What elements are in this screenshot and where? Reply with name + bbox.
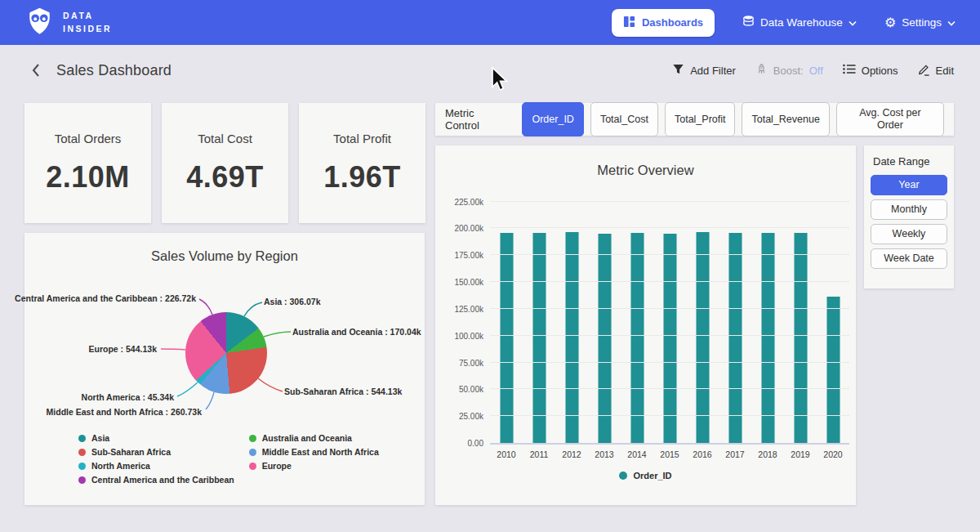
x-axis-tick: 2020 [817,449,849,459]
boost-toggle[interactable]: Boost: Off [755,63,823,78]
bar-2020[interactable] [826,297,840,443]
pie-label-asia: Asia : 306.07k [264,297,320,306]
leader-line-north-america [177,382,198,396]
bar-slot-2010 [490,196,523,443]
date-range-option-week-date[interactable]: Week Date [871,248,947,269]
page-header: Sales Dashboard Add Filter Boost: Off [0,45,980,96]
pie-legend: AsiaSub-Saharan AfricaNorth AmericaCentr… [78,433,379,485]
header-actions: Add Filter Boost: Off [672,63,954,78]
bar-2012[interactable] [565,232,579,443]
pie-legend-column: AsiaSub-Saharan AfricaNorth AmericaCentr… [78,433,234,485]
metric-option-total-profit[interactable]: Total_Profit [665,102,736,136]
legend-dot [78,435,86,442]
nav-data-warehouse[interactable]: Data Warehouse [742,15,857,30]
legend-dot [78,449,86,456]
x-axis-tick: 2017 [719,449,751,459]
bar-chart-panel: Metric Overview 0.0025.00k50.00k75.00k10… [435,145,856,505]
x-axis-tick: 2019 [784,449,817,459]
filter-icon [672,63,684,78]
y-axis-tick: 200.00k [454,224,483,233]
nav-menu: Dashboards Data Warehouse ⚙ Settings [612,9,956,37]
app-root: DATA INSIDER Dashboards [0,0,980,532]
bar-2014[interactable] [630,233,644,443]
pie-chart-panel: Sales Volume by Region Asia : 306.07k Au… [24,233,425,505]
bar-slot-2016 [686,196,719,443]
date-range-option-monthly[interactable]: Monthly [871,199,947,220]
legend-item-asia[interactable]: Asia [78,433,234,443]
pie-label-australia-oceania: Australia and Oceania : 170.04k [292,327,421,337]
metric-control-options: Order_IDTotal_CostTotal_ProfitTotal_Reve… [522,102,944,136]
leader-line-australia-and-oceania [264,332,291,337]
bar-2011[interactable] [532,233,546,443]
kpi-total-orders: Total Orders 2.10M [24,103,151,223]
legend-dot [249,463,256,470]
kpi-total-cost: Total Cost 4.69T [162,103,288,223]
metric-option-total-revenue[interactable]: Total_Revenue [742,102,829,136]
legend-item-central-america-and-the-caribbean[interactable]: Central America and the Caribbean [78,475,234,485]
boost-status: Off [809,65,823,77]
legend-item-sub-saharan-africa[interactable]: Sub-Saharan Africa [78,447,234,457]
metric-option-order-id[interactable]: Order_ID [522,102,583,136]
y-axis-tick: 0.00 [468,439,483,448]
leader-line-sub-saharan-africa [258,378,283,391]
gridline [490,308,849,309]
gridline [490,201,849,202]
bar-2018[interactable] [761,233,775,443]
x-axis-tick: 2016 [686,449,719,459]
bar-x-axis-labels: 2010201120122013201420152016201720182019… [490,449,849,459]
back-button[interactable] [26,60,45,81]
gridline [490,227,849,228]
kpi-total-profit: Total Profit 1.96T [299,103,425,223]
bar-slot-2017 [719,196,751,443]
nav-dashboards-button[interactable]: Dashboards [612,9,715,37]
bar-2016[interactable] [696,232,710,443]
y-axis-tick: 125.00k [454,304,483,313]
x-axis-tick: 2012 [555,449,588,459]
pie-label-europe: Europe : 544.13k [89,344,157,354]
y-axis-tick: 25.00k [459,412,483,421]
date-range-option-weekly[interactable]: Weekly [871,224,947,244]
date-range-options: YearMonthlyWeeklyWeek Date [871,175,947,269]
add-filter-button[interactable]: Add Filter [672,63,736,78]
x-axis-tick: 2010 [490,449,523,459]
leader-line-asia [244,302,262,316]
legend-item-australia-and-oceania[interactable]: Australia and Oceania [249,433,379,443]
y-axis-tick: 100.00k [454,331,483,340]
gridline [490,362,849,363]
gear-icon: ⚙ [884,16,896,29]
y-axis-tick: 225.00k [454,197,483,206]
x-axis-tick: 2018 [751,449,784,459]
bar-chart-title: Metric Overview [435,163,856,178]
bar-2013[interactable] [598,234,612,443]
legend-dot [619,472,627,480]
bar-2017[interactable] [728,233,742,443]
legend-label: Middle East and North Africa [262,447,379,457]
brand-logo[interactable]: DATA INSIDER [24,6,112,39]
legend-item-middle-east-and-north-africa[interactable]: Middle East and North Africa [249,447,379,457]
list-options-icon [843,64,856,77]
bar-2019[interactable] [794,233,808,443]
metric-option-total-cost[interactable]: Total_Cost [590,102,658,136]
kpi-value: 4.69T [186,160,264,194]
pie-label-sub-saharan-africa: Sub-Saharan Africa : 544.13k [284,387,402,396]
legend-item-north-america[interactable]: North America [78,461,234,471]
metric-control-label: Metric Control [445,107,510,132]
bar-chart-legend: Order_ID [435,471,856,481]
legend-dot [249,435,256,442]
legend-label: North America [91,461,150,471]
options-button[interactable]: Options [843,64,898,77]
legend-label: Europe [262,461,292,471]
metric-option-avg-cost-per-order[interactable]: Avg. Cost per Order [836,102,944,136]
database-icon [742,15,755,30]
bar-2015[interactable] [663,234,677,443]
bar-slot-2018 [751,196,784,443]
bar-2010[interactable] [500,233,514,443]
legend-item-europe[interactable]: Europe [249,461,379,471]
date-range-option-year[interactable]: Year [871,175,947,195]
nav-settings[interactable]: ⚙ Settings [884,16,956,29]
chevron-down-icon [947,16,956,29]
x-axis-tick: 2013 [588,449,621,459]
edit-button[interactable]: Edit [918,63,954,78]
bar-slot-2014 [621,196,653,443]
pie-chart[interactable] [185,312,267,394]
